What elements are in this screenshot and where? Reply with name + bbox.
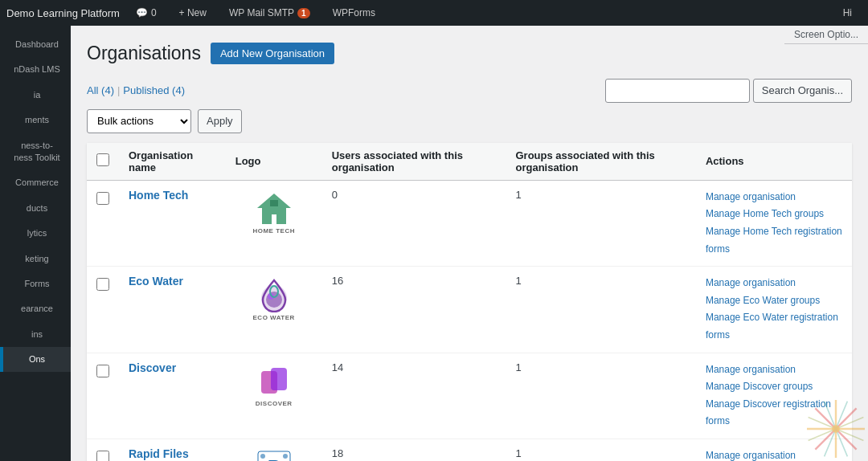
logo-discover: DISCOVER (242, 361, 306, 410)
action-eco-water-manage-org[interactable]: Manage organisation (706, 275, 842, 292)
org-name-link-eco-water[interactable]: Eco Water (129, 275, 183, 288)
logo-cell-discover: DISCOVER (226, 353, 322, 439)
col-users: Users associated with this organisation (322, 143, 506, 181)
forms-label: Forms (24, 279, 49, 288)
comment-count: 0 (151, 7, 157, 18)
col-actions: Actions (696, 143, 852, 181)
checkbox-eco-water[interactable] (96, 278, 109, 291)
layout: Dashboard nDash LMS ia ments ness-to-nes… (0, 26, 868, 461)
org-name-cell-home-tech: Home Tech (119, 180, 226, 266)
search-input[interactable] (605, 79, 750, 103)
search-area: Search Organis... (605, 79, 852, 103)
decoration-star (804, 397, 868, 461)
sidebar-item-ndash-lms[interactable]: nDash LMS (0, 57, 71, 82)
action-home-tech-manage-reg[interactable]: Manage Home Tech registration forms (706, 223, 842, 258)
sidebar-item-media[interactable]: ia (0, 83, 71, 108)
groups-count-home-tech: 1 (506, 180, 695, 266)
logo-home-tech: HOME TECH (242, 189, 306, 237)
wpforms-link[interactable]: WPForms (326, 0, 382, 26)
wpmail-link[interactable]: WP Mail SMTP 1 (223, 0, 317, 26)
sidebar-item-plugins[interactable]: ins (0, 322, 71, 347)
col-checkbox (87, 143, 119, 181)
media-label: ia (34, 90, 41, 100)
checkbox-rapid-files[interactable] (96, 451, 109, 461)
sidebar-item-toolkit[interactable]: ness-to-ness Toolkit (0, 133, 71, 171)
action-eco-water-manage-reg[interactable]: Manage Eco Water registration forms (706, 309, 842, 344)
logo-label-home-tech: HOME TECH (252, 227, 295, 235)
add-new-organisation-button[interactable]: Add New Organisation (211, 43, 334, 64)
users-count-discover: 14 (322, 353, 506, 439)
row-checkbox-discover (87, 353, 119, 439)
checkbox-home-tech[interactable] (96, 192, 109, 205)
action-home-tech-manage-groups[interactable]: Manage Home Tech groups (706, 206, 842, 223)
filter-bar: All (4) | Published (4) Search Organis..… (87, 79, 852, 103)
filter-published[interactable]: Published (4) (123, 84, 185, 96)
toolkit-label: ness-to-ness Toolkit (14, 141, 59, 162)
col-groups: Groups associated with this organisation (506, 143, 695, 181)
logo-cell-home-tech: HOME TECH (226, 180, 322, 266)
svg-point-10 (260, 454, 265, 459)
svg-point-11 (283, 454, 288, 459)
comments-sidebar-label: ments (25, 115, 49, 124)
comments-link[interactable]: 💬 0 (129, 0, 163, 26)
org-name-cell-rapid-files: Rapid Files (119, 439, 226, 461)
groups-count-eco-water: 1 (506, 267, 695, 353)
action-home-tech-manage-org[interactable]: Manage organisation (706, 189, 842, 206)
table-row: Discover DISCOVER141Manage organisationM… (87, 353, 852, 439)
admin-bar: Demo Learning Platform 💬 0 + New WP Mail… (0, 0, 868, 26)
users-count-home-tech: 0 (322, 180, 506, 266)
sidebar-item-appearance[interactable]: earance (0, 296, 71, 321)
logo-cell-eco-water: ECO WATER (226, 267, 322, 353)
sidebar-item-woocommerce[interactable]: Commerce (0, 170, 71, 195)
logo-label-discover: DISCOVER (256, 400, 293, 407)
users-count-rapid-files: 18 (322, 439, 506, 461)
actions-cell-eco-water: Manage organisationManage Eco Water grou… (696, 267, 852, 353)
row-checkbox-eco-water (87, 267, 119, 353)
page-header: Organisations Add New Organisation (87, 42, 852, 66)
action-discover-manage-org[interactable]: Manage organisation (706, 361, 842, 379)
analytics-label: lytics (27, 228, 47, 238)
sidebar-item-marketing[interactable]: keting (0, 247, 71, 271)
users-count-eco-water: 16 (322, 267, 506, 353)
groups-count-rapid-files: 1 (506, 439, 695, 461)
table-header-row: Organisation name Logo Users associated … (87, 143, 852, 181)
sidebar: Dashboard nDash LMS ia ments ness-to-nes… (0, 26, 71, 461)
new-content-link[interactable]: + New (173, 0, 213, 26)
action-discover-manage-groups[interactable]: Manage Discover groups (706, 378, 842, 396)
sidebar-item-ons[interactable]: Ons (0, 347, 71, 372)
select-all-checkbox[interactable] (96, 153, 109, 166)
ons-label: Ons (29, 354, 45, 364)
svg-marker-0 (257, 194, 291, 224)
user-greeting: Hi (843, 7, 862, 18)
comment-icon: 💬 (136, 7, 148, 18)
action-eco-water-manage-groups[interactable]: Manage Eco Water groups (706, 292, 842, 310)
ndash-lms-label: nDash LMS (14, 64, 59, 74)
sidebar-item-comments[interactable]: ments (0, 108, 71, 133)
apply-button[interactable]: Apply (198, 109, 242, 133)
row-checkbox-home-tech (87, 180, 119, 266)
org-name-cell-eco-water: Eco Water (119, 267, 226, 353)
wpmail-label: WP Mail SMTP (229, 7, 294, 18)
main-content: Organisations Add New Organisation All (… (71, 26, 868, 461)
bulk-actions-select[interactable]: Bulk actions (87, 109, 191, 133)
filter-all[interactable]: All (4) (87, 84, 114, 96)
svg-point-3 (266, 292, 282, 308)
page-title: Organisations (87, 42, 201, 66)
table-row: Home Tech HOME TECH01Manage organisation… (87, 180, 852, 266)
sidebar-item-forms[interactable]: Forms (0, 271, 71, 296)
sidebar-item-products[interactable]: ducts (0, 196, 71, 221)
site-name[interactable]: Demo Learning Platform (6, 7, 120, 19)
appearance-label: earance (21, 304, 53, 313)
actions-cell-home-tech: Manage organisationManage Home Tech grou… (696, 180, 852, 266)
filter-links: All (4) | Published (4) (87, 84, 185, 96)
screen-options-button[interactable]: Screen Optio... (784, 26, 868, 44)
sidebar-item-analytics[interactable]: lytics (0, 221, 71, 246)
sidebar-item-dashboard[interactable]: Dashboard (0, 32, 71, 57)
filter-separator: | (117, 84, 120, 96)
org-name-link-discover[interactable]: Discover (129, 361, 176, 374)
checkbox-discover[interactable] (96, 365, 109, 377)
org-name-link-home-tech[interactable]: Home Tech (129, 189, 188, 202)
org-name-link-rapid-files[interactable]: Rapid Files (129, 447, 189, 460)
svg-rect-1 (270, 200, 278, 206)
search-button[interactable]: Search Organis... (753, 79, 852, 103)
